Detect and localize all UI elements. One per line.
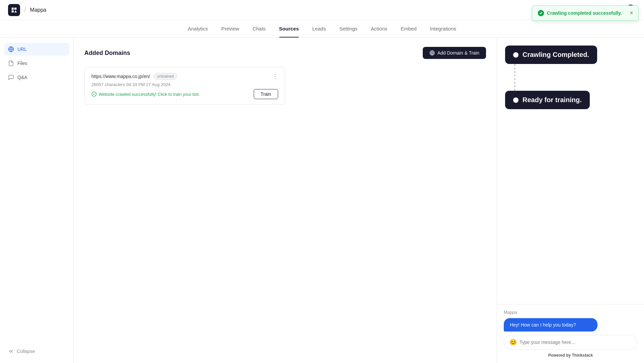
- toast-text: Crawling completed successfully.: [547, 10, 622, 16]
- domain-url: https://www.mappa.co.jp/en/: [91, 74, 150, 79]
- chat-input[interactable]: [519, 340, 632, 345]
- app-logo[interactable]: [8, 4, 20, 16]
- train-button[interactable]: Train: [254, 89, 278, 99]
- domain-meta: 26057 characters 04:33 PM 27 Aug 2024: [91, 82, 278, 87]
- domain-card: https://www.mappa.co.jp/en/ untrained ⋮ …: [84, 67, 285, 105]
- domain-info: https://www.mappa.co.jp/en/ untrained: [91, 73, 177, 80]
- crawling-completed-label: Crawling Completed.: [522, 51, 589, 59]
- collapse-button[interactable]: Collapse: [4, 345, 69, 358]
- powered-by-text: Powered by: [548, 353, 571, 358]
- more-options-icon[interactable]: ⋮: [272, 73, 278, 80]
- tab-settings[interactable]: Settings: [333, 20, 364, 38]
- chat-section: Mappa Hey! How can I help you today? 😊 P…: [497, 304, 644, 363]
- ready-for-training-label: Ready for training.: [522, 96, 582, 104]
- toast-notification: Crawling completed successfully. ×: [532, 5, 639, 21]
- content-header: Added Domains Add Domain & Train: [84, 47, 486, 59]
- main-layout: URL Files Q&A Collapse Added Domai: [0, 38, 644, 363]
- tab-leads[interactable]: Leads: [306, 20, 333, 38]
- tab-sources[interactable]: Sources: [272, 20, 306, 38]
- add-domain-label: Add Domain & Train: [437, 50, 479, 56]
- sidebar-files-label: Files: [17, 61, 27, 66]
- dot-icon-2: [513, 97, 518, 103]
- crawling-completed-box: Crawling Completed.: [505, 46, 597, 64]
- chat-icon: [8, 74, 14, 80]
- domain-header-row: https://www.mappa.co.jp/en/ untrained ⋮: [91, 73, 278, 80]
- tab-actions[interactable]: Actions: [364, 20, 394, 38]
- dashed-connector: [514, 64, 515, 91]
- collapse-icon: [8, 348, 14, 354]
- tab-preview[interactable]: Preview: [215, 20, 246, 38]
- chat-bubble: Hey! How can I help you today?: [504, 318, 597, 332]
- logo-area: / Mappa: [8, 4, 46, 16]
- sidebar-item-qa[interactable]: Q&A: [4, 71, 69, 84]
- chat-sender: Mappa: [504, 310, 637, 315]
- collapse-label: Collapse: [17, 349, 35, 354]
- check-circle-icon: [91, 91, 97, 97]
- tab-embed[interactable]: Embed: [394, 20, 423, 38]
- logo-icon: [10, 6, 18, 14]
- add-domain-train-button[interactable]: Add Domain & Train: [423, 47, 486, 59]
- sidebar-bottom: Collapse: [4, 345, 69, 358]
- dot-icon: [513, 52, 518, 58]
- domain-status-row: Website crawled successfully! Click to t…: [91, 89, 278, 99]
- sidebar-url-label: URL: [17, 47, 27, 52]
- sidebar: URL Files Q&A Collapse: [0, 38, 74, 363]
- sidebar-qa-label: Q&A: [17, 75, 27, 80]
- emoji-icon: 😊: [509, 339, 517, 346]
- tab-chats[interactable]: Chats: [246, 20, 272, 38]
- powered-by: Powered by Thinkstack: [504, 353, 637, 358]
- sidebar-item-files[interactable]: Files: [4, 57, 69, 70]
- page-title: Added Domains: [84, 50, 130, 57]
- globe-icon: [8, 46, 14, 52]
- annotations-area: Crawling Completed. Ready for training.: [497, 38, 644, 115]
- tab-analytics[interactable]: Analytics: [181, 20, 215, 38]
- content-area: Added Domains Add Domain & Train https:/…: [74, 38, 497, 363]
- powered-by-brand: Thinkstack: [572, 353, 593, 358]
- file-icon: [8, 60, 14, 66]
- crawl-status: Website crawled successfully! Click to t…: [91, 91, 200, 97]
- breadcrumb-slash: /: [24, 6, 26, 14]
- right-panel: Crawling Completed. Ready for training. …: [497, 38, 644, 363]
- globe-small-icon: [429, 50, 435, 56]
- sidebar-item-url[interactable]: URL: [4, 43, 69, 56]
- check-circle-toast-icon: [538, 10, 544, 16]
- toast-close-button[interactable]: ×: [630, 10, 633, 16]
- crawl-status-text: Website crawled successfully! Click to t…: [99, 92, 200, 97]
- app-name: Mappa: [30, 7, 47, 13]
- ready-for-training-box: Ready for training.: [505, 91, 590, 109]
- tab-integrations[interactable]: Integrations: [423, 20, 463, 38]
- untrained-badge: untrained: [153, 73, 177, 80]
- main-nav: Analytics Preview Chats Sources Leads Se…: [0, 20, 644, 38]
- chat-input-row[interactable]: 😊: [504, 335, 637, 350]
